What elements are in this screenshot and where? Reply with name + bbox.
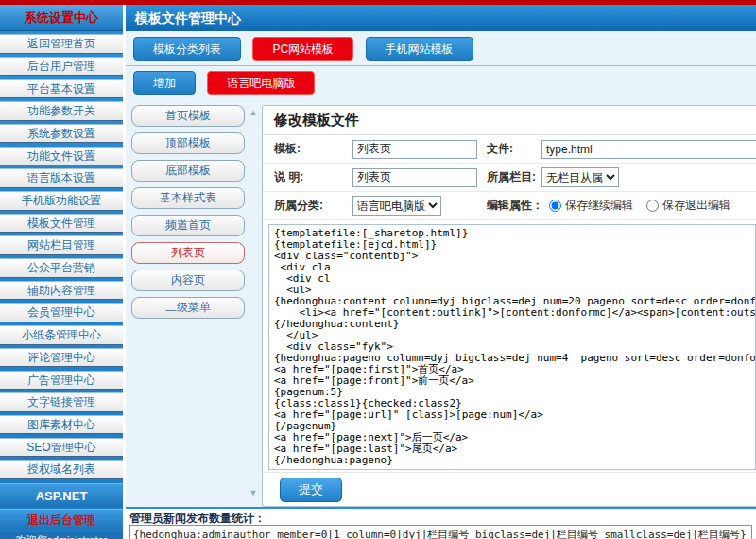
sidebar-aspnet-button[interactable]: ASP.NET	[0, 483, 123, 507]
sidebar-item[interactable]: 功能参数开关	[0, 101, 123, 121]
sidebar-menu: 返回管理首页 后台用户管理 平台基本设置 功能参数开关 系统参数设置 功能文件设…	[0, 31, 123, 479]
stats-code-box[interactable]: {hedonghua:adminauthor member=0|1 column…	[129, 525, 752, 539]
sidebar-item[interactable]: 辅助内容管理	[0, 281, 123, 301]
toolbar-button[interactable]: 语言吧电脑版	[207, 71, 315, 95]
sidebar-item[interactable]: 模板文件管理	[0, 214, 123, 234]
form-row-template: 模板: 文件:	[263, 135, 756, 164]
save-continue-radio[interactable]	[549, 200, 561, 212]
toolbar-row-1: 模板分类列表 PC网站模板 手机网站模板	[126, 31, 756, 66]
column-select[interactable]: 无栏目从属	[541, 167, 619, 187]
sidebar-item[interactable]: SEO管理中心	[0, 438, 123, 458]
content-area: 首页模板 顶部模板 底部模板 基本样式表 频道首页 列表页 内容页 二级菜单 ▲…	[126, 97, 756, 507]
sidebar-header: 系统设置中心	[0, 5, 123, 31]
edit-attr-label: 编辑属性：	[477, 198, 543, 214]
category-select[interactable]: 语言吧电脑版	[352, 196, 441, 216]
edit-template-panel: 修改模板文件 模板: 文件: 说 明: 所属栏目:	[262, 105, 756, 507]
toolbar-button[interactable]: 增加	[133, 71, 196, 95]
sidebar-item[interactable]: 文字链接管理	[0, 392, 123, 412]
page-title: 模板文件管理中心	[126, 5, 756, 31]
category-label: 所属分类:	[263, 198, 352, 214]
sidebar-logout-button[interactable]: 退出后台管理	[0, 509, 123, 530]
sidebar-welcome-text: 欢迎您administrator	[0, 532, 123, 539]
toolbar-button[interactable]: 手机网站模板	[366, 37, 473, 61]
save-exit-radio[interactable]	[646, 200, 659, 212]
sidebar: 系统设置中心 返回管理首页 后台用户管理 平台基本设置 功能参数开关 系统参数设…	[0, 5, 123, 539]
template-menu-item[interactable]: 内容页	[131, 270, 245, 291]
save-exit-label[interactable]: 保存退出编辑	[662, 198, 730, 214]
sidebar-item[interactable]: 功能文件设置	[0, 147, 123, 166]
toolbar-row-2: 增加 语言吧电脑版	[126, 66, 756, 97]
toolbar-button[interactable]: 模板分类列表	[133, 37, 241, 61]
template-menu-item[interactable]: 频道首页	[131, 215, 245, 236]
sidebar-item[interactable]: 图库素材中心	[0, 415, 123, 435]
template-menu-item[interactable]: 列表页	[131, 242, 245, 264]
file-name-input[interactable]	[541, 140, 756, 159]
submit-button[interactable]: 提交	[280, 478, 342, 502]
template-menu-item[interactable]: 二级菜单	[131, 297, 245, 319]
sidebar-item[interactable]: 返回管理首页	[0, 34, 123, 54]
sidebar-item[interactable]: 广告管理中心	[0, 371, 123, 391]
form-row-description: 说 明: 所属栏目: 无栏目从属	[263, 164, 756, 192]
submit-row: 提交	[263, 472, 756, 506]
sidebar-item[interactable]: 会员管理中心	[0, 303, 123, 322]
sidebar-item[interactable]: 系统参数设置	[0, 124, 123, 144]
template-name-input[interactable]	[352, 140, 477, 159]
template-menu-item[interactable]: 底部模板	[131, 160, 245, 182]
sidebar-item[interactable]: 授权域名列表	[0, 460, 123, 479]
sidebar-item[interactable]: 语言版本设置	[0, 168, 123, 188]
description-input[interactable]	[352, 168, 477, 187]
footer-stats: 管理员新闻发布数量统计： {hedonghua:adminauthor memb…	[126, 507, 756, 539]
sidebar-item[interactable]: 评论管理中心	[0, 348, 123, 368]
save-continue-label[interactable]: 保存继续编辑	[565, 198, 633, 214]
template-code-editor[interactable]	[268, 224, 756, 470]
form-title: 修改模板文件	[263, 106, 756, 135]
description-label: 说 明:	[263, 169, 352, 185]
sidebar-item[interactable]: 网站栏目管理	[0, 235, 123, 255]
template-menu-item[interactable]: 首页模板	[131, 105, 245, 127]
sidebar-item[interactable]: 手机版功能设置	[0, 191, 123, 211]
template-menu-item[interactable]: 顶部模板	[131, 132, 245, 154]
sidebar-item[interactable]: 后台用户管理	[0, 57, 123, 77]
toolbar-button[interactable]: PC网站模板	[252, 37, 353, 61]
stats-label: 管理员新闻发布数量统计：	[129, 511, 752, 525]
scroll-down-icon[interactable]: ▼	[249, 489, 258, 497]
template-menu-scrollbar: ▲ ▼	[245, 105, 262, 507]
edit-attr-radio-group: 保存继续编辑 保存退出编辑	[543, 198, 740, 214]
template-menu: 首页模板 顶部模板 底部模板 基本样式表 频道首页 列表页 内容页 二级菜单	[131, 105, 245, 507]
template-menu-item[interactable]: 基本样式表	[131, 187, 245, 209]
sidebar-item[interactable]: 公众平台营销	[0, 258, 123, 278]
form-row-category: 所属分类: 语言吧电脑版 编辑属性： 保存继续编辑 保存退出编辑	[263, 192, 756, 220]
sidebar-item[interactable]: 小纸条管理中心	[0, 325, 123, 345]
file-label: 文件:	[477, 141, 538, 157]
template-label: 模板:	[263, 141, 352, 157]
template-code-wrap	[263, 220, 756, 472]
scroll-up-icon[interactable]: ▲	[249, 109, 258, 117]
sidebar-item[interactable]: 平台基本设置	[0, 79, 123, 99]
column-label: 所属栏目:	[477, 169, 538, 185]
main-area: 模板文件管理中心 模板分类列表 PC网站模板 手机网站模板 增加 语言吧电脑版 …	[123, 5, 756, 539]
